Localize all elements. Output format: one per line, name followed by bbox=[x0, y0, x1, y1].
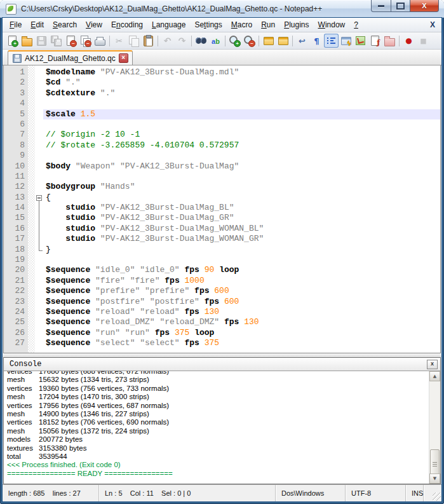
code-line[interactable]: 19 bbox=[4, 255, 440, 265]
code-line[interactable]: 11 bbox=[4, 172, 440, 182]
code-line[interactable]: 1$modelname "PV-AK12_3Burst-DualMag.mdl" bbox=[4, 67, 440, 78]
bookmark-cell[interactable] bbox=[28, 213, 35, 223]
line-number[interactable]: 27 bbox=[4, 338, 28, 348]
code-text[interactable]: $cdtexture "." bbox=[43, 88, 440, 99]
bookmark-cell[interactable] bbox=[28, 245, 35, 255]
bookmark-cell[interactable] bbox=[28, 338, 35, 348]
macro-record-button[interactable]: ● bbox=[401, 34, 416, 48]
code-line[interactable]: 22$sequence "prefire" "prefire" fps 600 bbox=[4, 286, 440, 296]
maximize-button[interactable] bbox=[391, 0, 410, 12]
line-number[interactable]: 18 bbox=[4, 245, 28, 255]
zoom-in-button[interactable]: + bbox=[227, 34, 242, 48]
code-text[interactable]: $sequence "reload" "reload" fps 130 bbox=[43, 307, 440, 317]
line-number[interactable]: 10 bbox=[4, 161, 28, 172]
code-text[interactable]: $bodygroup "Hands" bbox=[43, 182, 440, 192]
bookmark-cell[interactable] bbox=[28, 286, 35, 296]
code-text[interactable] bbox=[43, 151, 440, 161]
minimize-button[interactable] bbox=[371, 0, 391, 12]
code-text[interactable] bbox=[43, 119, 440, 130]
paste-button[interactable] bbox=[141, 34, 156, 48]
copy-button[interactable] bbox=[126, 34, 141, 48]
code-text[interactable]: studio "PV-AK12_3Burst-DualMag_WOMAN_BL" bbox=[43, 224, 440, 234]
line-number[interactable]: 1 bbox=[4, 67, 28, 78]
line-number[interactable]: 13 bbox=[4, 193, 28, 203]
bookmark-cell[interactable] bbox=[28, 265, 35, 275]
bookmark-cell[interactable] bbox=[28, 203, 35, 213]
line-number[interactable]: 23 bbox=[4, 297, 28, 307]
line-number[interactable]: 2 bbox=[4, 78, 28, 88]
line-number[interactable]: 20 bbox=[4, 265, 28, 275]
folder-as-workspace-button[interactable] bbox=[382, 34, 397, 48]
sync-vertical-scroll-button[interactable] bbox=[261, 34, 276, 48]
menu-search[interactable]: Search bbox=[48, 18, 81, 31]
print-button[interactable] bbox=[93, 34, 107, 48]
bookmark-cell[interactable] bbox=[28, 88, 35, 99]
code-line[interactable]: 18} bbox=[4, 245, 440, 255]
bookmark-cell[interactable] bbox=[28, 172, 35, 182]
bookmark-cell[interactable] bbox=[28, 224, 35, 234]
code-line[interactable]: 13{ bbox=[4, 193, 440, 203]
line-number[interactable]: 26 bbox=[4, 328, 28, 338]
function-list-button[interactable]: ƒ bbox=[368, 34, 382, 48]
line-number[interactable]: 24 bbox=[4, 307, 28, 317]
code-text[interactable]: $sequence "prefire" "prefire" fps 600 bbox=[43, 286, 440, 296]
code-text[interactable]: // $rotate -3.265859 -4.010704 0.572957 bbox=[43, 140, 440, 151]
code-text[interactable]: $sequence "reload_DMZ" "reload_DMZ" fps … bbox=[43, 317, 440, 327]
bookmark-cell[interactable] bbox=[28, 109, 35, 119]
code-line[interactable]: 14 studio "PV-AK12_3Burst-DualMag_BL" bbox=[4, 203, 440, 213]
code-text[interactable]: $cd "." bbox=[43, 78, 440, 88]
console-caption[interactable]: Console x bbox=[4, 358, 440, 371]
macro-stop-button[interactable]: ■ bbox=[416, 34, 431, 48]
bookmark-cell[interactable] bbox=[28, 297, 35, 307]
code-text[interactable] bbox=[43, 99, 440, 109]
bookmark-cell[interactable] bbox=[28, 99, 35, 109]
editor[interactable]: 1$modelname "PV-AK12_3Burst-DualMag.mdl"… bbox=[3, 65, 441, 353]
tab-close-icon[interactable]: × bbox=[119, 53, 128, 63]
line-number[interactable]: 15 bbox=[4, 213, 28, 223]
code-text[interactable]: // $origin -2 10 -1 bbox=[43, 130, 440, 140]
code-text[interactable] bbox=[43, 255, 440, 265]
code-line[interactable]: 2$cd "." bbox=[4, 78, 440, 88]
code-text[interactable]: $sequence "idle_0" "idle_0" fps 90 loop bbox=[43, 265, 440, 275]
scroll-down-icon[interactable]: ▼ bbox=[429, 473, 440, 484]
menu-plugins[interactable]: Plugins bbox=[279, 18, 313, 31]
code-line[interactable]: 26$sequence "run" "run" fps 375 loop bbox=[4, 328, 440, 338]
console-scrollbar[interactable]: ▲ ▼ bbox=[429, 371, 440, 484]
code-area[interactable]: 1$modelname "PV-AK12_3Burst-DualMag.mdl"… bbox=[4, 65, 440, 349]
save-all-button[interactable] bbox=[49, 34, 64, 48]
close-file-button[interactable]: − bbox=[64, 34, 78, 48]
bookmark-cell[interactable] bbox=[28, 307, 35, 317]
sync-horizontal-scroll-button[interactable] bbox=[276, 34, 290, 48]
code-line[interactable]: 10$body "Weapon" "PV-AK12_3Burst-DualMag… bbox=[4, 161, 440, 172]
line-number[interactable]: 16 bbox=[4, 224, 28, 234]
title-bar[interactable]: C:\Users\Crsky\Desktop\AK12_DualMag_Ghet… bbox=[0, 0, 444, 18]
menu-view[interactable]: View bbox=[81, 18, 107, 31]
code-line[interactable]: 17 studio "PV-AK12_3Burst-DualMag_WOMAN_… bbox=[4, 234, 440, 244]
tab-document[interactable]: AK12_DualMag_Ghetto.qc × bbox=[8, 50, 133, 65]
document-map-button[interactable] bbox=[353, 34, 368, 48]
code-line[interactable]: 20$sequence "idle_0" "idle_0" fps 90 loo… bbox=[4, 265, 440, 275]
bookmark-cell[interactable] bbox=[28, 161, 35, 172]
bookmark-cell[interactable] bbox=[28, 140, 35, 151]
code-text[interactable]: $modelname "PV-AK12_3Burst-DualMag.mdl" bbox=[43, 67, 440, 78]
line-number[interactable]: 14 bbox=[4, 203, 28, 213]
menu-encoding[interactable]: Encoding bbox=[107, 18, 147, 31]
line-number[interactable]: 6 bbox=[4, 119, 28, 130]
bookmark-cell[interactable] bbox=[28, 119, 35, 130]
find-button[interactable] bbox=[194, 34, 208, 48]
bookmark-cell[interactable] bbox=[28, 182, 35, 192]
menu-edit[interactable]: Edit bbox=[26, 18, 48, 31]
code-line[interactable]: 9 bbox=[4, 151, 440, 161]
code-text[interactable]: $scale 1.5 bbox=[43, 109, 440, 119]
menu-help[interactable]: ? bbox=[349, 18, 363, 31]
zoom-out-button[interactable]: − bbox=[242, 34, 257, 48]
line-number[interactable]: 11 bbox=[4, 172, 28, 182]
word-wrap-button[interactable]: ↩ bbox=[295, 34, 309, 48]
code-line[interactable]: 3$cdtexture "." bbox=[4, 88, 440, 99]
line-number[interactable]: 3 bbox=[4, 88, 28, 99]
code-line[interactable]: 21$sequence "fire" "fire" fps 1000 bbox=[4, 276, 440, 286]
bookmark-cell[interactable] bbox=[28, 317, 35, 327]
code-text[interactable]: } bbox=[43, 245, 440, 255]
code-text[interactable]: $sequence "select" "select" fps 375 bbox=[43, 338, 440, 348]
code-text[interactable]: { bbox=[43, 193, 440, 203]
